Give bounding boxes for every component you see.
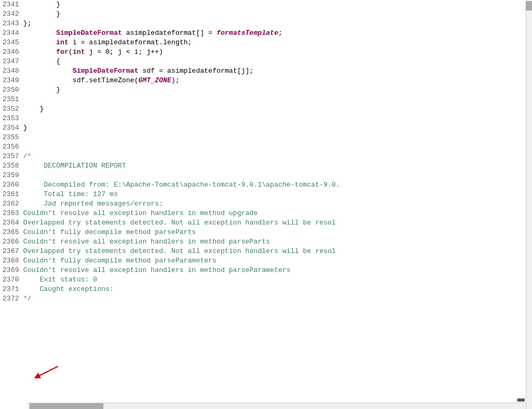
line-number: 2356 <box>0 142 23 152</box>
code-line: Overlapped try statements detected. Not … <box>23 247 336 256</box>
line-number: 2349 <box>0 76 23 85</box>
line-number: 2345 <box>0 38 23 47</box>
table-row: 2370 Exit status: 0 <box>0 275 340 285</box>
line-number: 2359 <box>0 171 23 180</box>
code-line: SimpleDateFormat asimpledateformat[] = f… <box>23 28 283 38</box>
line-number: 2342 <box>0 9 23 19</box>
line-number: 2348 <box>0 66 23 76</box>
line-number: 2352 <box>0 104 23 114</box>
table-row: 2354} <box>0 123 340 133</box>
table-row: 2367Overlapped try statements detected. … <box>0 247 340 256</box>
code-line: DECOMPILATION REPORT <box>23 161 126 171</box>
table-row: 2366Couldn't resolve all exception handl… <box>0 237 340 247</box>
table-row: 2361 Total time: 127 ms <box>0 190 340 199</box>
rows-container: 2341 }2342 }2343};2344 SimpleDateFormat … <box>0 0 340 409</box>
line-number: 2353 <box>0 114 23 123</box>
code-line: Decompiled from: E:\Apache-Tomcat\apache… <box>23 180 340 190</box>
code-line: { <box>23 57 60 66</box>
line-number: 2344 <box>0 28 23 38</box>
line-number: 2365 <box>0 228 23 237</box>
scrollbar-thumb-h[interactable] <box>30 403 103 409</box>
code-line: } <box>23 9 60 19</box>
code-line: for(int j = 0; j < i; j++) <box>23 47 163 57</box>
code-line: sdf.setTimeZone(GMT_ZONE); <box>23 76 179 85</box>
line-number: 2341 <box>0 0 23 9</box>
table-row: 2353 <box>0 114 340 123</box>
code-line: Couldn't resolve all exception handlers … <box>23 266 291 275</box>
table-row: 2369Couldn't resolve all exception handl… <box>0 266 340 275</box>
code-line: Couldn't fully decompile method parsePar… <box>23 256 217 266</box>
table-row: 2352 } <box>0 104 340 114</box>
line-number: 2367 <box>0 247 23 256</box>
code-line: SimpleDateFormat sdf = asimpledateformat… <box>23 66 254 76</box>
code-line: Total time: 127 ms <box>23 190 118 199</box>
watermark <box>517 398 525 402</box>
table-row: 2341 } <box>0 0 340 9</box>
code-line: } <box>23 0 60 9</box>
editor-container: 2341 }2342 }2343};2344 SimpleDateFormat … <box>0 0 532 409</box>
line-number: 2343 <box>0 19 23 28</box>
code-area: 2341 }2342 }2343};2344 SimpleDateFormat … <box>0 0 532 409</box>
code-line: /* <box>23 152 32 161</box>
table-row: 2343}; <box>0 19 340 28</box>
line-number: 2371 <box>0 285 23 294</box>
code-line: */ <box>23 294 32 304</box>
line-number: 2370 <box>0 275 23 285</box>
line-number: 2351 <box>0 95 23 104</box>
line-number: 2358 <box>0 161 23 171</box>
table-row: 2356 <box>0 142 340 152</box>
table-row: 2355 <box>0 133 340 142</box>
table-row: 2350 } <box>0 85 340 95</box>
line-number: 2363 <box>0 209 23 218</box>
code-line: Jad reported messages/errors: <box>23 199 163 209</box>
table-row: 2345 int i = asimpledateformat.length; <box>0 38 340 47</box>
table-row: 2362 Jad reported messages/errors: <box>0 199 340 209</box>
code-line: Couldn't resolve all exception handlers … <box>23 237 270 247</box>
table-row: 2364Overlapped try statements detected. … <box>0 218 340 228</box>
table-row: 2344 SimpleDateFormat asimpledateformat[… <box>0 28 340 38</box>
table-row: 2348 SimpleDateFormat sdf = asimpledatef… <box>0 66 340 76</box>
arrow-annotation <box>32 364 63 382</box>
table-row: 2363Couldn't resolve all exception handl… <box>0 209 340 218</box>
line-number: 2369 <box>0 266 23 275</box>
line-number: 2362 <box>0 199 23 209</box>
line-number: 2368 <box>0 256 23 266</box>
svg-line-1 <box>37 366 58 377</box>
table-row: 2372*/ <box>0 294 340 304</box>
table-row: 2365Couldn't fully decompile method pars… <box>0 228 340 237</box>
table-row: 2360 Decompiled from: E:\Apache-Tomcat\a… <box>0 180 340 190</box>
code-line: } <box>23 104 44 114</box>
table-row: 2358 DECOMPILATION REPORT <box>0 161 340 171</box>
line-number: 2346 <box>0 47 23 57</box>
code-line: Overlapped try statements detected. Not … <box>23 218 336 228</box>
vertical-scrollbar[interactable] <box>526 0 532 409</box>
code-line: Couldn't fully decompile method parsePar… <box>23 228 196 237</box>
horizontal-scrollbar[interactable] <box>27 403 526 409</box>
table-row: 2351 <box>0 95 340 104</box>
line-number: 2357 <box>0 152 23 161</box>
table-row: 2368Couldn't fully decompile method pars… <box>0 256 340 266</box>
table-row: 2342 } <box>0 9 340 19</box>
line-number: 2366 <box>0 237 23 247</box>
code-line: } <box>23 85 60 95</box>
scrollbar-thumb-v[interactable] <box>526 1 532 11</box>
code-line: }; <box>23 19 32 28</box>
table-row: 2346 for(int j = 0; j < i; j++) <box>0 47 340 57</box>
line-number: 2347 <box>0 57 23 66</box>
table-row: 2347 { <box>0 57 340 66</box>
line-number: 2354 <box>0 123 23 133</box>
table-row: 2371 Caught exceptions: <box>0 285 340 294</box>
line-number: 2355 <box>0 133 23 142</box>
table-row: 2349 sdf.setTimeZone(GMT_ZONE); <box>0 76 340 85</box>
code-line: Caught exceptions: <box>23 285 114 294</box>
line-number: 2350 <box>0 85 23 95</box>
line-number: 2364 <box>0 218 23 228</box>
code-line: Couldn't resolve all exception handlers … <box>23 209 258 218</box>
line-number: 2360 <box>0 180 23 190</box>
code-line: Exit status: 0 <box>23 275 97 285</box>
line-number: 2361 <box>0 190 23 199</box>
code-line: int i = asimpledateformat.length; <box>23 38 192 47</box>
table-row: 2359 <box>0 171 340 180</box>
code-line: } <box>23 123 27 133</box>
line-number: 2372 <box>0 294 23 304</box>
